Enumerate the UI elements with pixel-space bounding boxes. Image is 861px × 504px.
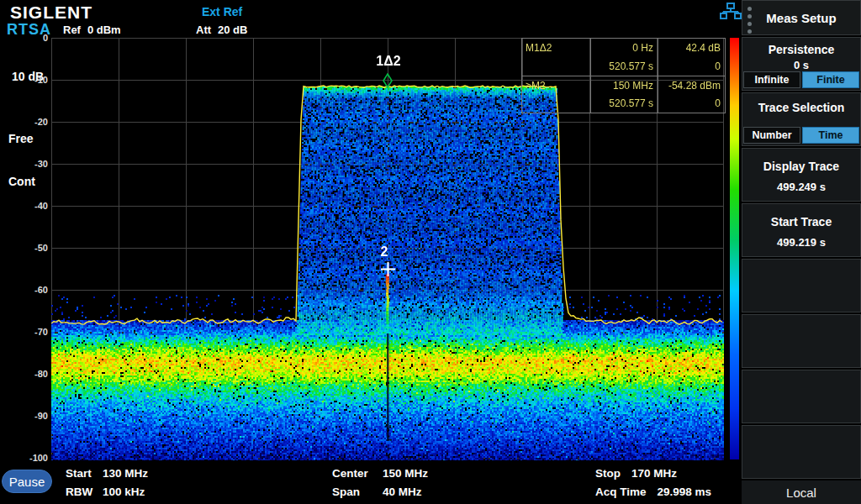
ref-label: Ref bbox=[63, 24, 81, 36]
marker-row-label bbox=[522, 57, 590, 76]
ref-value: 0 dBm bbox=[87, 24, 121, 36]
persistence-finite-button[interactable]: Finite bbox=[802, 71, 859, 88]
center-freq-field: Center 150 MHz bbox=[332, 467, 428, 480]
start-value: 130 MHz bbox=[103, 467, 148, 480]
marker-readout-table: M1Δ2 0 Hz 42.4 dB 520.577 s 0 >M2 150 MH… bbox=[521, 38, 726, 113]
y-tick: -100 bbox=[14, 453, 48, 463]
marker-cell: 150 MHz bbox=[590, 76, 658, 94]
menu-item-empty-3[interactable] bbox=[742, 370, 861, 423]
menu-item-persistence[interactable]: Persistence 0 s Infinite Finite bbox=[742, 37, 861, 91]
menu-item-trace-selection[interactable]: Trace Selection Number Time bbox=[742, 92, 861, 146]
marker1-diamond-icon[interactable] bbox=[383, 73, 393, 92]
start-freq-field: Start 130 MHz bbox=[66, 467, 148, 480]
span-value: 40 MHz bbox=[383, 486, 422, 498]
center-value: 150 MHz bbox=[383, 467, 428, 480]
sweep-mode-label: Cont bbox=[8, 175, 35, 188]
marker2-label: 2 bbox=[377, 244, 392, 260]
y-tick: -50 bbox=[14, 243, 48, 253]
ext-ref-status: Ext Ref bbox=[202, 5, 242, 18]
ref-level-field: Ref 0 dBm bbox=[63, 24, 121, 36]
trace-selection-time-button[interactable]: Time bbox=[802, 127, 859, 144]
display-trace-title: Display Trace bbox=[763, 160, 839, 173]
delta-marker-label: 1Δ2 bbox=[374, 54, 403, 69]
menu-item-display-trace[interactable]: Display Trace 499.249 s bbox=[742, 148, 861, 202]
y-tick: -60 bbox=[14, 285, 48, 295]
menu-item-start-trace[interactable]: Start Trace 499.219 s bbox=[742, 203, 861, 257]
y-tick: -90 bbox=[14, 411, 48, 421]
rbw-field: RBW 100 kHz bbox=[66, 486, 145, 498]
menu-title: Meas Setup bbox=[766, 11, 836, 25]
rtsa-screen: SIGLENT Ext Ref RTSA Ref 0 dBm Att 20 dB… bbox=[0, 0, 861, 504]
marker-row-label bbox=[522, 94, 590, 113]
y-tick: -20 bbox=[14, 117, 48, 127]
marker-cell: 0 bbox=[658, 57, 725, 76]
display-trace-value: 499.249 s bbox=[777, 181, 826, 193]
siglent-logo: SIGLENT bbox=[10, 3, 92, 23]
marker-cell: 42.4 dB bbox=[658, 39, 725, 57]
trace-selection-title: Trace Selection bbox=[758, 101, 845, 114]
y-tick: -80 bbox=[14, 369, 48, 379]
y-tick: 0 bbox=[14, 33, 48, 43]
y-tick: -70 bbox=[14, 327, 48, 337]
marker-row-label: >M2 bbox=[522, 76, 590, 94]
marker-cell: 520.577 s bbox=[590, 94, 658, 113]
marker-cell: 0 bbox=[658, 94, 725, 113]
stop-freq-field: Stop 170 MHz bbox=[595, 467, 677, 480]
marker-cell: 0 Hz bbox=[590, 39, 658, 57]
y-tick: -10 bbox=[14, 75, 48, 85]
att-value: 20 dB bbox=[218, 24, 247, 36]
persistence-infinite-button[interactable]: Infinite bbox=[743, 71, 800, 88]
persistence-value: 0 s bbox=[794, 59, 809, 71]
attenuation-field: Att 20 dB bbox=[196, 24, 247, 36]
persistence-title: Persistence bbox=[769, 43, 835, 56]
acq-value: 29.998 ms bbox=[658, 486, 712, 498]
att-label: Att bbox=[196, 24, 211, 36]
span-field: Span 40 MHz bbox=[332, 486, 422, 498]
menu-item-empty-1[interactable] bbox=[742, 259, 861, 312]
stop-value: 170 MHz bbox=[631, 467, 677, 480]
marker-cell: 520.577 s bbox=[590, 57, 658, 76]
center-label: Center bbox=[332, 467, 383, 480]
trace-selection-number-button[interactable]: Number bbox=[743, 127, 800, 144]
trigger-mode-label: Free bbox=[8, 132, 34, 145]
start-label: Start bbox=[66, 467, 103, 480]
marker2-cross-icon[interactable] bbox=[380, 261, 396, 281]
density-colorbar bbox=[730, 38, 739, 459]
y-tick: -30 bbox=[14, 159, 48, 169]
acq-time-field: Acq Time 29.998 ms bbox=[595, 486, 711, 498]
marker-row-label: M1Δ2 bbox=[522, 39, 590, 57]
lan-network-icon[interactable] bbox=[720, 3, 742, 24]
menu-header[interactable]: Meas Setup bbox=[742, 0, 861, 35]
menu-item-empty-2[interactable] bbox=[742, 314, 861, 368]
rbw-value: 100 kHz bbox=[103, 486, 145, 498]
menu-item-empty-4[interactable] bbox=[742, 425, 861, 479]
start-trace-title: Start Trace bbox=[771, 215, 832, 228]
stop-label: Stop bbox=[595, 467, 621, 480]
acq-label: Acq Time bbox=[595, 486, 647, 498]
menu-grip-dots-icon bbox=[747, 7, 752, 34]
y-tick: -40 bbox=[14, 201, 48, 211]
marker-cell: -54.28 dBm bbox=[658, 76, 725, 94]
span-label: Span bbox=[332, 486, 383, 498]
local-button[interactable]: Local bbox=[742, 480, 861, 504]
rbw-label: RBW bbox=[66, 486, 103, 498]
pause-button[interactable]: Pause bbox=[2, 470, 52, 493]
start-trace-value: 499.219 s bbox=[777, 236, 826, 249]
side-menu: Meas Setup Persistence 0 s Infinite Fini… bbox=[742, 0, 861, 504]
